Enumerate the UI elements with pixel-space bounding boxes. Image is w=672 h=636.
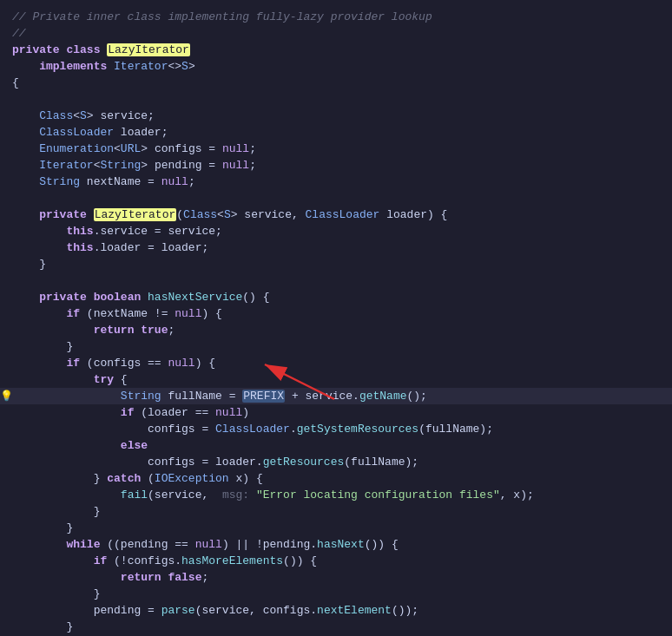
token-c-type: S	[181, 60, 188, 73]
code-line: configs = loader.getResources(fullName);	[0, 454, 672, 470]
token-c-null: null	[175, 307, 201, 320]
token-c-var: nextName =	[80, 175, 161, 188]
line-content: } catch (IOException x) {	[9, 470, 263, 487]
line-content: return true;	[9, 322, 175, 338]
code-line: // Private inner class implementing full…	[0, 9, 672, 25]
code-line: Class<S> service;	[0, 108, 672, 124]
lightbulb-icon[interactable]: 💡	[0, 390, 12, 403]
token-c-punct: (	[176, 208, 183, 221]
code-line: if (!configs.hasMoreElements()) {	[0, 553, 672, 569]
line-content: this.loader = loader;	[9, 239, 208, 256]
code-line: ClassLoader loader;	[0, 124, 672, 141]
token-c-punct: }	[66, 340, 73, 353]
line-content: if (nextName != null) {	[9, 305, 222, 322]
code-line: }	[0, 338, 672, 355]
token-c-var: pending =	[94, 604, 161, 617]
code-line: return true;	[0, 322, 672, 338]
token-c-type: String	[39, 175, 80, 188]
token-c-var: )	[242, 406, 249, 419]
token-c-var: {	[114, 373, 128, 386]
token-c-var: pending =	[148, 159, 222, 172]
token-c-var: (	[141, 472, 155, 485]
code-line: Enumeration<URL> configs = null;	[0, 141, 672, 157]
token-c-var: ) {	[201, 307, 221, 320]
token-c-punct: }	[94, 587, 101, 600]
line-content: }	[9, 256, 46, 272]
code-line: this.service = service;	[0, 223, 672, 239]
token-c-method: getResources	[263, 456, 345, 469]
token-c-null: null	[195, 538, 222, 551]
token-c-type: Iterator	[39, 159, 93, 172]
line-content: fail(service, msg: "Error locating confi…	[9, 487, 534, 503]
line-content: return false;	[9, 569, 208, 586]
token-c-punct: >	[188, 60, 195, 73]
token-c-method: parse	[161, 604, 195, 617]
token-c-punct: {	[12, 76, 19, 89]
token-c-type: Class	[39, 109, 73, 122]
token-c-method: hasNext	[317, 538, 365, 551]
code-line	[0, 91, 672, 108]
token-c-var: configs = loader.	[148, 456, 263, 469]
token-c-var: ;	[168, 324, 175, 337]
token-c-var: (fullName);	[344, 456, 418, 469]
token-c-punct: }	[94, 472, 108, 485]
token-c-keyword: if	[94, 554, 108, 567]
token-c-highlight-yellow: LazyIterator	[107, 43, 190, 56]
code-line: if (nextName != null) {	[0, 305, 672, 322]
code-line: }	[0, 586, 672, 602]
token-c-var: service;	[94, 109, 155, 122]
token-c-comment: //	[12, 27, 26, 40]
token-c-keyword: if	[66, 357, 80, 370]
token-c-type: ClassLoader	[39, 126, 114, 139]
token-c-type: String	[121, 390, 161, 403]
code-line: pending = parse(service, configs.nextEle…	[0, 602, 672, 619]
token-c-punct: >	[87, 109, 94, 122]
token-c-method: hasNextService	[148, 291, 242, 304]
token-c-type: Class	[183, 208, 217, 221]
code-line: if (configs == null) {	[0, 355, 672, 371]
token-c-keyword: if	[121, 406, 135, 419]
token-c-highlight-blue: PREFIX	[242, 390, 285, 403]
code-line: implements Iterator<>S>	[0, 58, 672, 75]
token-c-method: fail	[121, 488, 148, 502]
line-content: if (configs == null) {	[9, 355, 215, 371]
token-c-method: nextElement	[317, 604, 392, 617]
token-c-var: configs =	[148, 423, 215, 436]
code-line: }	[0, 619, 672, 635]
token-c-keyword: catch	[107, 472, 141, 485]
token-c-keyword: while	[66, 538, 100, 551]
line-content: configs = loader.getResources(fullName);	[9, 454, 418, 470]
token-c-var: ;	[249, 142, 256, 155]
code-line: while ((pending == null) || !pending.has…	[0, 536, 672, 553]
token-c-punct: }	[39, 258, 46, 271]
line-content: //	[9, 25, 26, 42]
token-c-punct: >	[141, 159, 148, 172]
token-c-punct: >	[141, 142, 148, 155]
token-c-null: null	[168, 357, 194, 370]
token-c-null: null	[222, 159, 249, 172]
code-line: Iterator<String> pending = null;	[0, 157, 672, 174]
token-c-keyword: this	[66, 241, 93, 254]
token-c-keyword: implements	[39, 60, 107, 73]
token-c-var	[141, 291, 148, 304]
line-content: private class LazyIterator	[9, 42, 190, 58]
token-c-keyword: this	[66, 225, 93, 238]
line-content: }	[9, 586, 100, 602]
token-c-var: fullName =	[161, 390, 243, 403]
token-c-var: loader) {	[379, 208, 447, 221]
line-content: Class<S> service;	[9, 108, 155, 124]
line-content: if (loader == null)	[9, 404, 249, 421]
line-content: }	[9, 619, 73, 635]
token-c-var: ((pending ==	[100, 538, 194, 551]
token-c-var: ();	[407, 390, 427, 403]
line-content: try {	[9, 371, 128, 388]
token-c-highlight-yellow: LazyIterator	[94, 208, 177, 221]
code-line: } catch (IOException x) {	[0, 470, 672, 487]
token-c-var: loader;	[114, 126, 168, 139]
token-c-keyword: class	[66, 43, 100, 56]
line-content: Enumeration<URL> configs = null;	[9, 141, 256, 157]
token-c-type: ClassLoader	[215, 423, 290, 436]
token-c-keyword: private	[39, 208, 87, 221]
token-c-var: () {	[242, 291, 269, 304]
line-content: configs = ClassLoader.getSystemResources…	[9, 421, 493, 437]
